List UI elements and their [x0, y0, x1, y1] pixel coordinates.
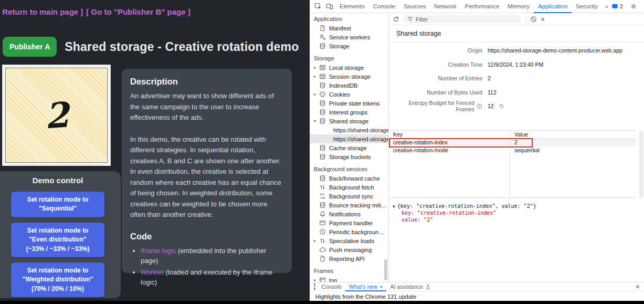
sidebar-item-https-shared-storage[interactable]: https://shared-storage… — [310, 134, 388, 143]
preview-entry: value: "2" — [393, 216, 644, 223]
sidebar-item-back-forward-cache[interactable]: Back/forward cache — [310, 174, 388, 183]
sidebar-item-local-storage[interactable]: ▸Local storage — [310, 63, 388, 72]
description-panel: Description An advertiser may want to sh… — [122, 69, 292, 273]
sidebar-item-private-state-tokens[interactable]: Private state tokens — [310, 99, 388, 108]
rotation-mode-button-0[interactable]: Set rotation mode to "Sequential" — [11, 192, 104, 217]
sidebar-item-indexeddb[interactable]: IndexedDB — [310, 81, 388, 90]
sidebar-item-label: top — [329, 277, 337, 282]
close-icon[interactable]: × — [379, 282, 383, 291]
description-paragraph: An advertiser may want to show different… — [130, 91, 283, 123]
chevron-down-icon[interactable]: ▼ — [393, 204, 395, 209]
metadata-label: Origin — [389, 47, 482, 54]
tab-network[interactable]: Network — [430, 0, 460, 13]
panel-title: Shared storage — [389, 25, 644, 42]
clear-all-icon[interactable] — [530, 16, 537, 23]
sidebar-item-label: Manifest — [329, 25, 351, 32]
issues-badge[interactable]: 2 — [611, 3, 623, 10]
drawer-menu-icon[interactable] — [311, 284, 318, 290]
sidebar-item-label: https://shared-storage… — [333, 136, 388, 142]
sidebar-item-storage-buckets[interactable]: Storage buckets — [310, 152, 388, 161]
drawer-tab-ai-assistance[interactable]: AI assistance — [386, 282, 434, 291]
chevron-right-icon[interactable]: ▸ — [314, 238, 319, 243]
database-icon — [319, 144, 326, 151]
sidebar-item-bounce-tracking-miti[interactable]: Bounce tracking miti… — [310, 201, 388, 209]
screenshot-root: [ Return to main page ][ Go to "Publishe… — [0, 0, 644, 304]
filter-funnel-icon — [407, 16, 413, 22]
sidebar-item-top[interactable]: ▸top — [310, 276, 388, 282]
table-row[interactable]: creative-rotation-index2 — [389, 139, 636, 146]
sidebar-item-manifest[interactable]: Manifest — [310, 24, 388, 33]
sidebar-item-push-messaging[interactable]: Push messaging — [310, 245, 388, 254]
table-scrollbar[interactable] — [639, 131, 643, 198]
up-down-arrows-icon — [319, 237, 326, 244]
sidebar-item-label: Periodic backgroun… — [329, 229, 384, 235]
chevron-right-icon[interactable]: ▸ — [314, 65, 319, 70]
sidebar-item-reporting-api[interactable]: Reporting API — [310, 254, 388, 263]
tab-memory[interactable]: Memory — [503, 0, 534, 13]
sidebar-item-payment-handler[interactable]: Payment handler — [310, 218, 388, 227]
drawer-close-icon[interactable]: × — [636, 282, 640, 291]
metadata-label: Entropy Budget for Fenced Frames — [389, 100, 482, 112]
sidebar-item-label: Session storage — [329, 74, 371, 80]
sidebar-item-label: IndexedDB — [329, 82, 357, 89]
drawer-tab-what-s-new[interactable]: What's new× — [345, 282, 386, 291]
delete-selected-icon[interactable]: × — [541, 16, 545, 23]
sidebar-section-storage: Storage — [310, 54, 388, 63]
publisher-b-link[interactable]: [ Go to "Publisher B" page ] — [86, 7, 190, 16]
inspect-element-icon[interactable] — [312, 0, 324, 13]
refresh-icon[interactable] — [393, 16, 399, 23]
sidebar-item-cookies[interactable]: ▸Cookies — [310, 90, 388, 99]
sidebar-item-periodic-backgroun[interactable]: Periodic backgroun… — [310, 227, 388, 236]
sidebar-item-cache-storage[interactable]: Cache storage — [310, 143, 388, 152]
sidebar-item-label: Cache storage — [329, 145, 367, 151]
cloud-icon — [319, 246, 326, 253]
column-header-value[interactable]: Value — [510, 131, 636, 138]
sidebar-item-background-fetch[interactable]: Background fetch — [310, 183, 388, 192]
sidebar-item-https-shared-storage[interactable]: https://shared-storage… — [310, 125, 388, 134]
sidebar-item-service-workers[interactable]: Service workers — [310, 33, 388, 41]
tab-security[interactable]: Security — [572, 0, 602, 13]
sidebar-item-label: Private state tokens — [329, 100, 380, 107]
settings-gear-icon[interactable] — [628, 0, 639, 13]
reset-icon — [499, 103, 504, 109]
chevron-right-icon[interactable]: ▸ — [314, 278, 319, 282]
rotation-mode-button-1[interactable]: Set rotation mode to "Even distribution"… — [11, 223, 104, 257]
sidebar-scrollbar[interactable] — [384, 259, 387, 280]
sidebar-item-notifications[interactable]: Notifications — [310, 209, 388, 218]
chevron-right-icon[interactable]: ▸ — [314, 92, 319, 97]
database-icon — [319, 109, 326, 116]
sidebar-item-storage[interactable]: Storage — [310, 41, 388, 50]
sidebar-item-speculative-loads[interactable]: ▸Speculative loads — [310, 236, 388, 245]
chevron-down-icon[interactable]: ▾ — [314, 119, 319, 123]
sidebar-item-shared-storage[interactable]: ▾Shared storage — [310, 117, 388, 125]
sidebar-item-interest-groups[interactable]: Interest groups — [310, 108, 388, 117]
drawer-tab-console[interactable]: Console — [318, 282, 346, 291]
tab-application[interactable]: Application — [534, 0, 572, 13]
preview-entry-value: "creative-rotation-index" — [417, 210, 497, 216]
rotation-mode-button-2[interactable]: Set rotation mode to "Weighted distribut… — [11, 263, 104, 297]
entry-preview-pane: ▼{key: "creative-rotation-index", value:… — [389, 198, 644, 282]
tab-performance[interactable]: Performance — [461, 0, 504, 13]
sidebar-item-label: Reporting API — [329, 256, 365, 262]
tab-elements[interactable]: Elements — [335, 0, 369, 13]
database-icon — [319, 100, 326, 107]
more-tabs-icon[interactable]: » — [602, 3, 611, 9]
description-heading: Description — [130, 77, 283, 87]
sidebar-item-background-sync[interactable]: Background sync — [310, 192, 388, 201]
tab-sources[interactable]: Sources — [399, 0, 430, 13]
code-link[interactable]: Worklet — [141, 268, 164, 276]
info-icon[interactable] — [477, 103, 482, 109]
return-to-main-link[interactable]: [ Return to main page ] — [0, 7, 83, 16]
chevron-right-icon[interactable]: ▸ — [314, 74, 319, 79]
code-link[interactable]: Iframe logic — [141, 247, 176, 255]
tab-console[interactable]: Console — [369, 0, 399, 13]
database-icon — [319, 175, 326, 182]
device-toolbar-icon[interactable] — [324, 0, 335, 13]
metadata-row: Number of Bytes Used112 — [389, 86, 644, 100]
column-header-key[interactable]: Key — [389, 131, 510, 138]
sidebar-item-session-storage[interactable]: ▸Session storage — [310, 72, 388, 81]
document-icon — [319, 255, 326, 262]
reset-budget-icon[interactable] — [499, 103, 504, 109]
filter-input[interactable]: Filter — [403, 15, 521, 23]
table-row[interactable]: creative-rotation-modesequential — [389, 146, 636, 154]
